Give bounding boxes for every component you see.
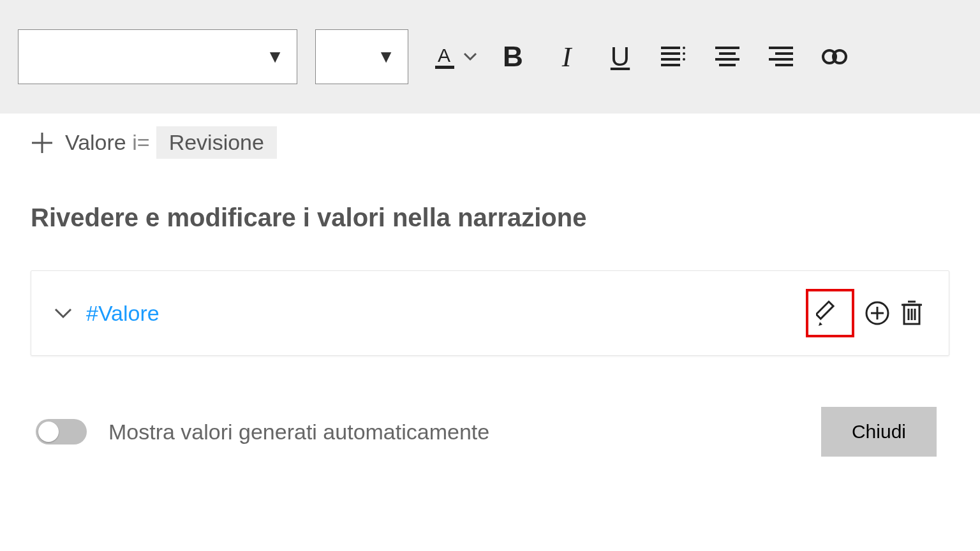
font-color-icon: A: [434, 44, 456, 70]
plus-circle-icon: [865, 300, 890, 326]
auto-values-toggle[interactable]: [36, 419, 87, 444]
plus-icon[interactable]: [31, 131, 54, 154]
bold-icon: B: [503, 41, 523, 73]
svg-point-8: [683, 58, 685, 61]
italic-icon: I: [562, 41, 572, 73]
tabs-row: Valore i= Revisione: [31, 126, 949, 159]
chevron-down-icon: [463, 50, 477, 64]
delete-button[interactable]: [900, 300, 923, 327]
dropdown-caret-icon: ▼: [266, 47, 284, 67]
toggle-knob: [38, 422, 59, 442]
link-button[interactable]: [817, 39, 852, 75]
page-heading: Rivedere e modificare i valori nella nar…: [31, 203, 949, 232]
svg-point-6: [683, 47, 685, 49]
align-center-button[interactable]: [709, 39, 745, 75]
edit-button[interactable]: [806, 289, 854, 337]
svg-rect-1: [435, 66, 454, 69]
align-right-icon: [769, 45, 793, 68]
list-icon: [661, 45, 687, 68]
link-icon: [820, 47, 849, 66]
underline-button[interactable]: U: [602, 39, 638, 75]
trash-icon: [900, 300, 923, 327]
align-right-button[interactable]: [763, 39, 799, 75]
svg-text:A: A: [438, 45, 450, 66]
tab-review[interactable]: Revisione: [156, 126, 277, 159]
font-color-button[interactable]: A: [434, 44, 477, 70]
size-select[interactable]: ▼: [315, 29, 408, 84]
tab-value[interactable]: Valore i=: [65, 130, 150, 155]
add-button[interactable]: [865, 300, 890, 326]
value-link[interactable]: #Valore: [86, 301, 160, 326]
underline-icon: U: [611, 41, 630, 72]
pencil-icon: [816, 299, 844, 327]
bold-button[interactable]: B: [495, 39, 531, 75]
font-select[interactable]: ▼: [18, 29, 297, 84]
toggle-label: Mostra valori generati automaticamente: [108, 420, 489, 444]
tab-value-label: Valore: [65, 130, 126, 154]
italic-button[interactable]: I: [549, 39, 584, 75]
chevron-down-icon[interactable]: [54, 307, 72, 320]
list-button[interactable]: [656, 39, 692, 75]
svg-rect-21: [816, 302, 833, 319]
svg-marker-22: [819, 322, 822, 326]
dropdown-caret-icon: ▼: [377, 47, 395, 67]
value-card: #Valore: [31, 270, 949, 356]
close-button[interactable]: Chiudi: [821, 407, 937, 457]
formatting-toolbar: ▼ ▼ A B I U: [0, 0, 980, 114]
align-center-icon: [715, 45, 739, 68]
svg-point-7: [683, 52, 685, 55]
